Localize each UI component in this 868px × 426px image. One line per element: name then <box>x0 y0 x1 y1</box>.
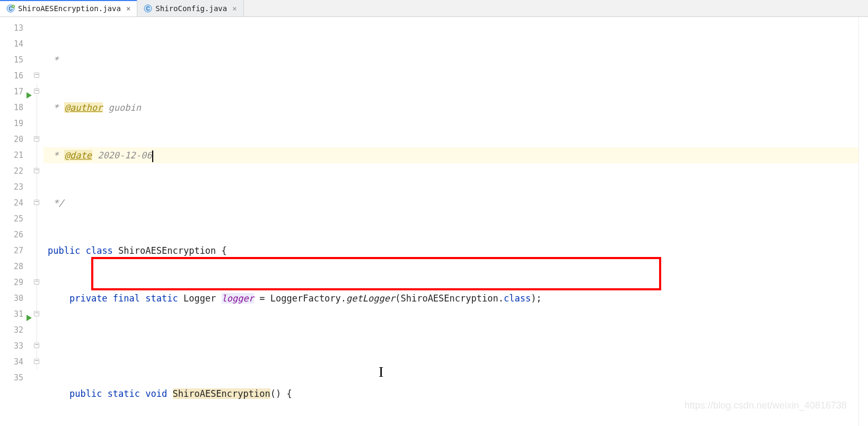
line-number: 28 <box>0 259 33 274</box>
comment-text: * @date 2020-12-06 <box>48 150 152 161</box>
line-number: 33 <box>0 338 33 354</box>
right-gutter <box>858 17 868 426</box>
fold-cell <box>33 163 43 179</box>
fold-cell <box>33 36 43 52</box>
java-class-icon: C <box>144 4 152 13</box>
fold-cell <box>33 322 43 338</box>
line-number: 13 <box>0 20 33 36</box>
fold-cell <box>33 20 43 36</box>
fold-cell <box>33 259 43 274</box>
text-caret <box>152 150 153 162</box>
fold-cell <box>33 306 43 322</box>
fold-cell <box>33 179 43 195</box>
fold-cell <box>33 68 43 84</box>
line-number: 20 <box>0 131 33 147</box>
code-line <box>43 338 858 354</box>
tab-label: ShiroAESEncryption.java <box>18 4 121 13</box>
line-number: 22 <box>0 163 33 179</box>
fold-cell <box>33 290 43 306</box>
code-line: private final static Logger logger = Log… <box>43 290 858 306</box>
line-number: 27 <box>0 243 33 259</box>
line-number: 25 <box>0 211 33 227</box>
comment-text: */ <box>48 198 64 208</box>
fold-cell <box>33 116 43 131</box>
line-number: 34 <box>0 354 33 370</box>
tab-label: ShiroConfig.java <box>155 4 227 13</box>
line-number: 17 <box>0 84 33 100</box>
comment-text: * <box>48 55 58 65</box>
fold-cell <box>33 52 43 68</box>
fold-gutter <box>33 17 43 426</box>
close-icon[interactable]: × <box>232 4 236 13</box>
tab-shiro-config[interactable]: C ShiroConfig.java × <box>137 0 243 16</box>
code-line: public static void ShiroAESEncryption() … <box>43 386 858 402</box>
line-number: 30 <box>0 290 33 306</box>
fold-toggle-icon[interactable] <box>34 136 39 141</box>
fold-toggle-icon[interactable] <box>34 359 39 364</box>
code-area[interactable]: * * @author guobin * @date 2020-12-06 */… <box>43 17 858 426</box>
fold-toggle-icon[interactable] <box>34 311 39 316</box>
editor-tabs: C ShiroAESEncryption.java × C ShiroConfi… <box>0 0 868 17</box>
line-number: 18 <box>0 100 33 116</box>
fold-cell <box>33 354 43 370</box>
svg-text:C: C <box>146 6 150 12</box>
fold-toggle-icon[interactable] <box>34 279 39 285</box>
line-number: 21 <box>0 147 33 163</box>
line-number: 35 <box>0 370 33 386</box>
text-cursor-icon: I <box>379 363 383 380</box>
fold-toggle-icon[interactable] <box>34 168 39 173</box>
line-number: 29 <box>0 274 33 290</box>
fold-cell <box>33 274 43 290</box>
fold-cell <box>33 147 43 163</box>
line-gutter: 1314151617181920212223242526272829303132… <box>0 17 33 426</box>
line-number: 31 <box>0 306 33 322</box>
line-number: 16 <box>0 68 33 84</box>
fold-toggle-icon[interactable] <box>34 88 39 94</box>
fold-cell <box>33 195 43 211</box>
comment-text: * @author guobin <box>48 102 141 113</box>
fold-toggle-icon[interactable] <box>34 73 39 78</box>
line-number: 24 <box>0 195 33 211</box>
fold-cell <box>33 211 43 227</box>
fold-cell <box>33 100 43 116</box>
close-icon[interactable]: × <box>126 4 130 13</box>
tab-shiro-aes-encryption[interactable]: C ShiroAESEncryption.java × <box>0 0 137 16</box>
highlight-box <box>91 257 661 290</box>
fold-cell <box>33 84 43 100</box>
line-number: 23 <box>0 179 33 195</box>
fold-toggle-icon[interactable] <box>34 200 39 205</box>
fold-cell <box>33 243 43 259</box>
code-line: public class ShiroAESEncryption { <box>43 243 858 259</box>
fold-cell <box>33 370 43 386</box>
fold-cell <box>33 227 43 243</box>
fold-cell <box>33 338 43 354</box>
line-number: 15 <box>0 52 33 68</box>
line-number: 19 <box>0 116 33 131</box>
fold-cell <box>33 131 43 147</box>
fold-toggle-icon[interactable] <box>34 343 39 348</box>
java-class-icon: C <box>6 4 15 13</box>
line-number: 32 <box>0 322 33 338</box>
code-editor[interactable]: 1314151617181920212223242526272829303132… <box>0 17 868 426</box>
line-number: 26 <box>0 227 33 243</box>
line-number: 14 <box>0 36 33 52</box>
